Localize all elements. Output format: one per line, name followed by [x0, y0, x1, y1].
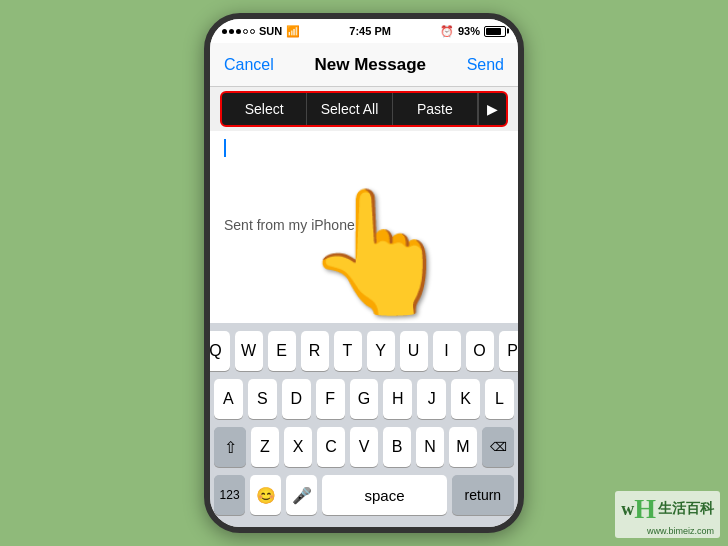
key-k[interactable]: K [451, 379, 480, 419]
watermark-url: www.bimeiz.com [621, 526, 714, 536]
text-cursor [224, 139, 226, 157]
phone-frame: SUN 📶 7:45 PM ⏰ 93% Cancel New Message S… [204, 13, 524, 533]
message-body[interactable]: Sent from my iPhone 👆 [210, 131, 518, 323]
select-button[interactable]: Select [222, 93, 307, 125]
dot-2 [229, 29, 234, 34]
wifi-icon: 📶 [286, 25, 300, 38]
dot-1 [222, 29, 227, 34]
status-bar: SUN 📶 7:45 PM ⏰ 93% [210, 19, 518, 43]
dot-3 [236, 29, 241, 34]
key-r[interactable]: R [301, 331, 329, 371]
sent-from-text: Sent from my iPhone [224, 217, 504, 233]
watermark-h: H [634, 493, 656, 525]
key-z[interactable]: Z [251, 427, 279, 467]
key-j[interactable]: J [417, 379, 446, 419]
key-o[interactable]: O [466, 331, 494, 371]
paste-button[interactable]: Paste [393, 93, 478, 125]
shift-key[interactable]: ⇧ [214, 427, 246, 467]
key-b[interactable]: B [383, 427, 411, 467]
hand-cursor-icon: 👆 [304, 191, 454, 311]
key-f[interactable]: F [316, 379, 345, 419]
nav-bar: Cancel New Message Send [210, 43, 518, 87]
key-a[interactable]: A [214, 379, 243, 419]
key-y[interactable]: Y [367, 331, 395, 371]
dot-4 [243, 29, 248, 34]
key-e[interactable]: E [268, 331, 296, 371]
watermark: wH 生活百科 www.bimeiz.com [615, 491, 720, 538]
dot-5 [250, 29, 255, 34]
space-key[interactable]: space [322, 475, 446, 515]
watermark-logo: wH 生活百科 [621, 493, 714, 525]
key-w[interactable]: W [235, 331, 263, 371]
key-c[interactable]: C [317, 427, 345, 467]
context-menu-container: Select Select All Paste ▶ [210, 87, 518, 131]
key-m[interactable]: M [449, 427, 477, 467]
keyboard-row-bottom: 123 😊 🎤 space return [214, 475, 514, 515]
key-n[interactable]: N [416, 427, 444, 467]
watermark-box: wH 生活百科 www.bimeiz.com [615, 491, 720, 538]
key-q[interactable]: Q [204, 331, 230, 371]
select-all-button[interactable]: Select All [307, 93, 392, 125]
status-right: ⏰ 93% [440, 25, 506, 38]
return-key[interactable]: return [452, 475, 514, 515]
cancel-button[interactable]: Cancel [224, 56, 274, 74]
keyboard-row-2: A S D F G H J K L [214, 379, 514, 419]
time-label: 7:45 PM [349, 25, 391, 37]
key-l[interactable]: L [485, 379, 514, 419]
watermark-site: 生活百科 [658, 500, 714, 518]
key-v[interactable]: V [350, 427, 378, 467]
signal-dots [222, 29, 255, 34]
key-d[interactable]: D [282, 379, 311, 419]
key-i[interactable]: I [433, 331, 461, 371]
battery-fill [486, 28, 501, 35]
send-button[interactable]: Send [467, 56, 504, 74]
watermark-w: w [621, 499, 634, 520]
key-u[interactable]: U [400, 331, 428, 371]
key-p[interactable]: P [499, 331, 525, 371]
battery-indicator [484, 26, 506, 37]
keyboard-row-3: ⇧ Z X C V B N M ⌫ [214, 427, 514, 467]
battery-percent: 93% [458, 25, 480, 37]
alarm-icon: ⏰ [440, 25, 454, 38]
microphone-key[interactable]: 🎤 [286, 475, 317, 515]
context-menu: Select Select All Paste ▶ [220, 91, 508, 127]
keyboard: Q W E R T Y U I O P A S D F G H J K L ⇧ … [210, 323, 518, 527]
carrier-label: SUN [259, 25, 282, 37]
key-h[interactable]: H [383, 379, 412, 419]
delete-key[interactable]: ⌫ [482, 427, 514, 467]
menu-more-arrow[interactable]: ▶ [478, 93, 506, 125]
key-s[interactable]: S [248, 379, 277, 419]
battery-body [484, 26, 506, 37]
keyboard-row-1: Q W E R T Y U I O P [214, 331, 514, 371]
emoji-key[interactable]: 😊 [250, 475, 281, 515]
key-g[interactable]: G [350, 379, 379, 419]
numbers-key[interactable]: 123 [214, 475, 245, 515]
key-t[interactable]: T [334, 331, 362, 371]
nav-title: New Message [314, 55, 426, 75]
key-x[interactable]: X [284, 427, 312, 467]
status-left: SUN 📶 [222, 25, 300, 38]
